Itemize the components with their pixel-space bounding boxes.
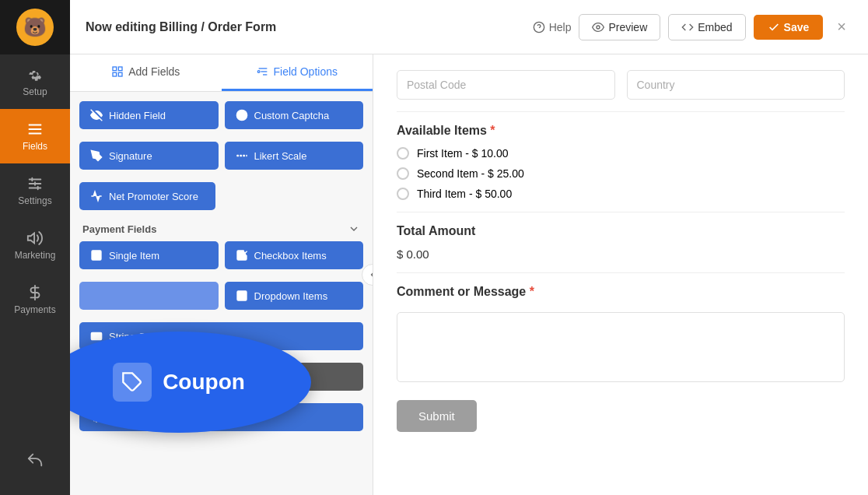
radio-label-3: Third Item - $ 50.00 — [417, 188, 512, 200]
embed-icon — [681, 21, 694, 33]
radio-item-2: Second Item - $ 25.00 — [397, 167, 845, 180]
svg-rect-5 — [119, 72, 123, 76]
field-btn-checkbox-items-label: Checkbox Items — [254, 250, 327, 262]
captcha-icon — [236, 109, 248, 121]
left-panel: Add Fields Field Options Hidden Field Cu… — [70, 54, 373, 495]
close-button[interactable]: × — [831, 15, 852, 39]
sidebar-item-setup[interactable]: Setup — [0, 54, 70, 109]
field-btn-net-promoter-score-label: Net Promoter Score — [109, 191, 198, 202]
sidebar-label-payments: Payments — [14, 304, 55, 315]
field-btn-signature-label: Signature — [109, 150, 152, 162]
single-item-icon — [90, 249, 103, 262]
radio-item-1: First Item - $ 10.00 — [397, 147, 845, 160]
save-button[interactable]: Save — [754, 15, 824, 40]
help-label: Help — [549, 21, 572, 33]
tab-field-options-label: Field Options — [274, 65, 338, 78]
chevron-left-icon — [368, 270, 373, 279]
header-actions: Help Preview Embed Save × — [533, 14, 852, 40]
dropdown-icon — [236, 290, 248, 302]
svg-point-9 — [257, 71, 260, 73]
help-button[interactable]: Help — [533, 21, 572, 33]
field-btn-custom-captcha[interactable]: Custom Captcha — [225, 101, 364, 129]
field-btn-likert-scale[interactable]: Likert Scale — [225, 142, 364, 170]
field-btn-signature[interactable]: Signature — [79, 142, 219, 170]
svg-point-1 — [597, 26, 600, 29]
sliders-icon — [26, 175, 44, 192]
payment-fields-grid: Single Item Checkbox Items — [79, 241, 363, 276]
field-btn-dropdown-items-placeholder[interactable] — [79, 282, 219, 310]
nps-icon — [90, 190, 103, 202]
sidebar-item-marketing[interactable]: Marketing — [0, 218, 70, 272]
dollar-icon — [26, 284, 44, 301]
svg-rect-16 — [246, 155, 247, 157]
tab-field-options[interactable]: Field Options — [222, 54, 373, 91]
sidebar-label-fields: Fields — [23, 141, 47, 152]
help-icon — [533, 21, 545, 33]
eye-off-icon — [90, 109, 103, 121]
preview-label: Preview — [608, 21, 647, 33]
field-btn-single-item[interactable]: Single Item — [79, 241, 219, 269]
svg-rect-15 — [243, 155, 245, 157]
payment-fields-grid2: Dropdown Items — [79, 282, 363, 316]
embed-button[interactable]: Embed — [668, 14, 745, 40]
comment-section: Comment or Message * — [397, 285, 845, 384]
field-btn-checkbox-items[interactable]: Checkbox Items — [225, 241, 364, 269]
radio-circle-3 — [397, 188, 409, 200]
undo-icon — [26, 451, 44, 469]
field-btn-custom-captcha-label: Custom Captcha — [254, 110, 330, 121]
main-content: Add Fields Field Options Hidden Field Cu… — [70, 54, 868, 495]
total-amount-section: Total Amount $ 0.00 — [397, 224, 845, 261]
available-items-title: Available Items * — [397, 124, 845, 138]
logo-bear-icon: 🐻 — [16, 9, 54, 46]
coupon-label: Coupon — [163, 370, 245, 395]
right-panel: Postal Code Country Available Items * Fi… — [373, 54, 868, 495]
megaphone-icon — [26, 230, 44, 247]
tab-bar: Add Fields Field Options — [70, 54, 373, 92]
close-label: × — [837, 18, 846, 35]
field-btn-net-promoter-score[interactable]: Net Promoter Score — [79, 182, 215, 210]
form-name: Billing / Order Form — [159, 20, 276, 33]
sidebar-item-settings[interactable]: Settings — [0, 163, 70, 218]
svg-rect-3 — [119, 67, 123, 71]
svg-rect-20 — [91, 332, 101, 339]
field-btn-hidden-field-label: Hidden Field — [109, 110, 166, 121]
tag-icon — [121, 371, 143, 393]
eye-icon — [592, 21, 604, 33]
misc-fields-grid: Hidden Field Custom Captcha Signature Li… — [79, 101, 363, 176]
field-btn-dropdown-items[interactable]: Dropdown Items — [225, 282, 364, 310]
postal-code-field: Postal Code — [397, 70, 615, 100]
chevron-down-icon[interactable] — [348, 223, 360, 235]
total-amount-title: Total Amount — [397, 224, 845, 238]
radio-item-3: Third Item - $ 50.00 — [397, 188, 845, 200]
preview-button[interactable]: Preview — [579, 14, 660, 40]
required-star-2: * — [530, 285, 534, 298]
editing-label: Now editing — [86, 20, 156, 33]
svg-point-12 — [95, 154, 97, 156]
radio-label-1: First Item - $ 10.00 — [417, 147, 508, 160]
options-icon — [257, 65, 269, 78]
header-title: Now editing Billing / Order Form — [86, 20, 533, 34]
sidebar-item-undo[interactable] — [0, 433, 70, 487]
sidebar-item-payments[interactable]: Payments — [0, 272, 70, 327]
payment-fields-section: Payment Fields — [79, 216, 363, 241]
radio-label-2: Second Item - $ 25.00 — [417, 167, 524, 180]
field-btn-dropdown-items-label: Dropdown Items — [254, 290, 328, 302]
tab-add-fields-label: Add Fields — [128, 65, 180, 78]
save-label: Save — [784, 21, 810, 33]
field-btn-likert-scale-label: Likert Scale — [254, 150, 307, 162]
payment-fields-title: Payment Fields — [82, 223, 156, 235]
country-field: Country — [627, 70, 845, 100]
svg-rect-13 — [236, 155, 239, 157]
field-btn-hidden-field[interactable]: Hidden Field — [79, 101, 219, 129]
grid-icon — [111, 65, 124, 78]
form-top-fields: Postal Code Country — [397, 70, 845, 100]
signature-icon — [90, 149, 103, 162]
field-btn-single-item-label: Single Item — [109, 250, 159, 262]
divider-2 — [397, 212, 845, 212]
submit-button[interactable]: Submit — [397, 400, 477, 432]
sidebar-item-fields[interactable]: Fields — [0, 109, 70, 163]
comment-textarea[interactable] — [397, 312, 845, 382]
svg-rect-2 — [113, 67, 117, 71]
tab-add-fields[interactable]: Add Fields — [70, 54, 222, 91]
svg-rect-17 — [92, 251, 101, 260]
